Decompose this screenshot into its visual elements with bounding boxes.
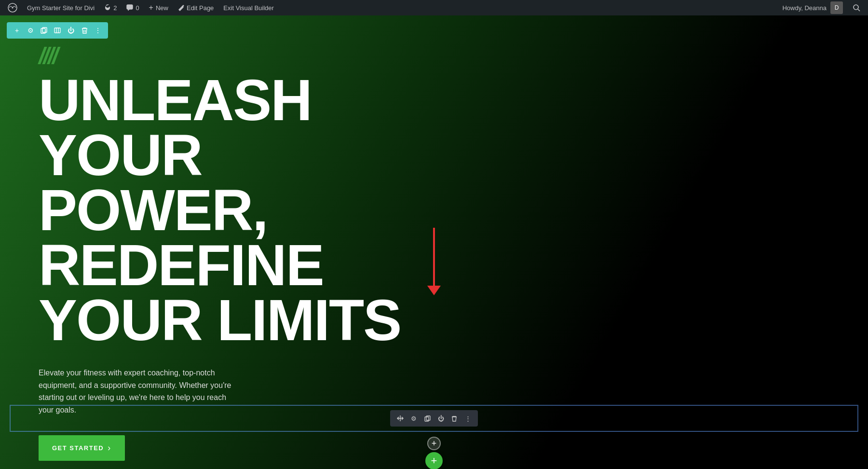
section-columns-button[interactable] [51,24,64,37]
hero-heading: UNLEASH YOUR POWER, REDEFINE YOUR LIMITS [39,72,424,347]
svg-point-3 [854,5,858,10]
row-toggle-button[interactable]: ⏻ [434,412,447,425]
site-title[interactable]: Gym Starter Site for Divi [22,0,99,15]
section-toggle-button[interactable]: ⏻ [65,24,77,37]
row-settings-button[interactable]: ⚙ [407,412,420,425]
svg-rect-11 [425,417,429,421]
row-delete-button[interactable] [448,412,461,425]
row-duplicate-button[interactable] [421,412,434,425]
row-more-button[interactable]: ⋮ [461,412,474,425]
get-started-button[interactable]: GET STARTED › [39,435,125,461]
page-canvas: + ⚙ ⏻ ⋮ //// UNLEASH YOUR POWER, REDEFIN… [0,15,868,469]
user-avatar: D [830,1,843,14]
add-row-button[interactable]: + [427,437,441,450]
arrow-indicator [427,228,441,295]
section-toolbar: + ⚙ ⏻ ⋮ [7,22,108,39]
svg-rect-6 [54,28,60,33]
exit-visual-builder-button[interactable]: Exit Visual Builder [218,0,279,15]
row-container: ⚙ ⏻ ⋮ [10,405,858,432]
user-menu[interactable]: Howdy, Deanna D [777,1,848,14]
edit-page-button[interactable]: Edit Page [173,0,218,15]
arrow-head [427,286,441,295]
row-toolbar: ⚙ ⏻ ⋮ [390,410,478,427]
section-settings-button[interactable]: ⚙ [24,24,37,37]
section-duplicate-button[interactable] [38,24,50,37]
row-move-button[interactable] [394,412,407,425]
svg-rect-2 [127,5,133,9]
new-menu[interactable]: + New [144,0,173,15]
search-button[interactable] [848,4,865,12]
svg-point-1 [12,7,14,9]
arrow-line [433,228,435,286]
add-section-button[interactable]: + [425,452,443,469]
section-more-button[interactable]: ⋮ [92,24,104,37]
wordpress-logo[interactable] [3,0,22,15]
slash-decoration: //// [39,44,829,68]
hero-section: + ⚙ ⏻ ⋮ //// UNLEASH YOUR POWER, REDEFIN… [0,15,868,469]
svg-rect-12 [426,416,430,420]
admin-bar: Gym Starter Site for Divi 2 0 + New Edit… [0,0,868,15]
section-delete-button[interactable] [78,24,91,37]
comments-button[interactable]: 0 [122,0,144,15]
section-add-button[interactable]: + [11,24,23,37]
adminbar-right: Howdy, Deanna D [777,1,865,14]
history-button[interactable]: 2 [99,0,122,15]
